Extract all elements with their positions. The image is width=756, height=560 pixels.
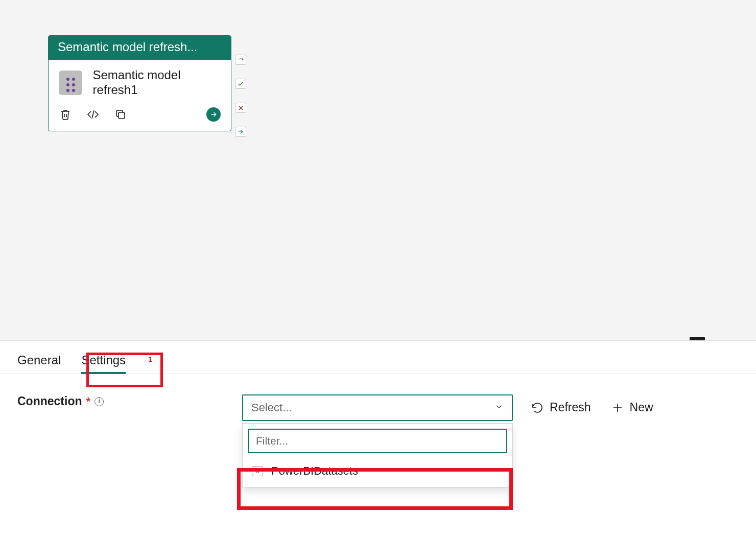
pipeline-canvas[interactable]: Semantic model refresh... Semantic model… <box>0 0 756 341</box>
status-handle-stack <box>235 55 246 137</box>
delete-icon[interactable] <box>59 108 72 121</box>
refresh-button[interactable]: Refresh <box>528 394 594 421</box>
status-skip-icon[interactable] <box>235 55 246 65</box>
tab-settings[interactable]: Settings <box>81 348 126 374</box>
status-failure-icon[interactable] <box>235 103 246 113</box>
chevron-down-icon <box>494 402 504 413</box>
dataset-icon: ⠿ <box>252 466 263 476</box>
connection-label: Connection * i <box>17 394 237 408</box>
status-success-icon[interactable] <box>235 79 246 89</box>
run-arrow-button[interactable] <box>206 107 221 122</box>
panel-collapse-handle[interactable] <box>690 337 705 340</box>
annotation-number-1: 1 <box>148 355 152 363</box>
refresh-label: Refresh <box>550 401 591 414</box>
properties-panel: General Settings Connection * i Select..… <box>0 341 756 421</box>
required-marker: * <box>86 395 91 408</box>
svg-rect-0 <box>119 112 125 119</box>
activity-type-icon <box>59 71 82 95</box>
activity-card-header: Semantic model refresh... <box>49 36 231 60</box>
tab-general[interactable]: General <box>17 348 61 374</box>
new-button[interactable]: New <box>608 394 656 421</box>
connection-label-text: Connection <box>17 394 82 408</box>
connection-select-placeholder: Select... <box>251 401 292 414</box>
new-label: New <box>630 401 653 414</box>
copy-icon[interactable] <box>114 108 127 121</box>
connection-dropdown: ⠿ PowerBIDatasets <box>242 423 513 487</box>
connection-option[interactable]: ⠿ PowerBIDatasets <box>248 456 507 487</box>
activity-name: Semantic model refresh1 <box>92 68 221 98</box>
activity-card[interactable]: Semantic model refresh... Semantic model… <box>48 35 231 131</box>
info-icon[interactable]: i <box>94 397 104 406</box>
connection-option-label: PowerBIDatasets <box>271 464 358 478</box>
connection-select[interactable]: Select... <box>242 394 513 421</box>
status-completion-icon[interactable] <box>235 127 246 137</box>
code-icon[interactable] <box>86 108 100 121</box>
connection-filter-input[interactable] <box>248 429 507 453</box>
